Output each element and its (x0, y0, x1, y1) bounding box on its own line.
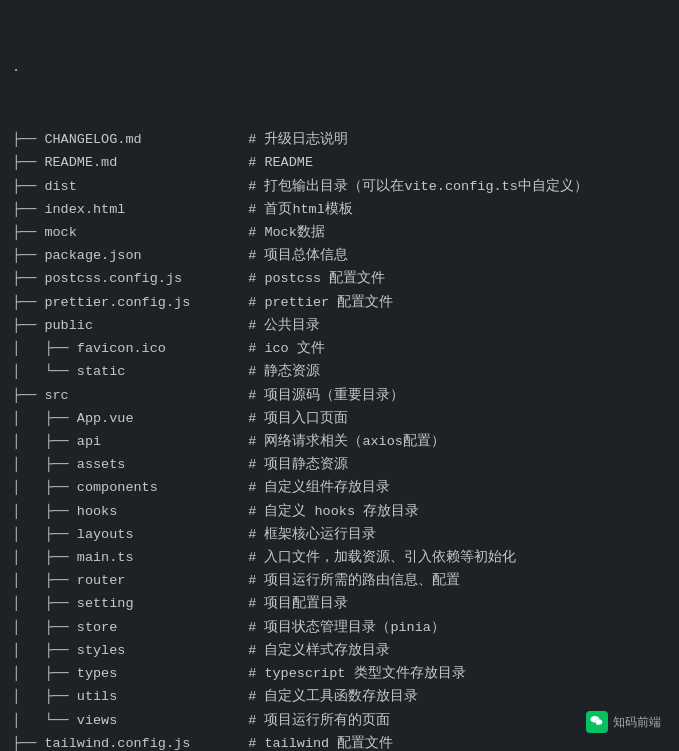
list-item: │ ├── store # 项目状态管理目录（pinia） (12, 616, 667, 639)
list-item: │ ├── router # 项目运行所需的路由信息、配置 (12, 569, 667, 592)
tree-path: │ ├── App.vue (12, 407, 232, 430)
tree-comment: # 入口文件，加载资源、引入依赖等初始化 (232, 546, 516, 569)
tree-path: │ ├── utils (12, 685, 232, 708)
list-item: ├── dist # 打包输出目录（可以在vite.config.ts中自定义） (12, 175, 667, 198)
list-item: ├── package.json # 项目总体信息 (12, 244, 667, 267)
tree-path: │ ├── layouts (12, 523, 232, 546)
list-item: │ ├── styles # 自定义样式存放目录 (12, 639, 667, 662)
tree-path: │ ├── router (12, 569, 232, 592)
list-item: │ └── static # 静态资源 (12, 360, 667, 383)
tree-path: │ ├── favicon.ico (12, 337, 232, 360)
tree-comment: # 静态资源 (232, 360, 320, 383)
tree-comment: # 项目总体信息 (232, 244, 348, 267)
tree-comment: # 公共目录 (232, 314, 320, 337)
list-item: │ ├── favicon.ico # ico 文件 (12, 337, 667, 360)
tree-path: │ ├── main.ts (12, 546, 232, 569)
list-item: ├── prettier.config.js # prettier 配置文件 (12, 291, 667, 314)
list-item: ├── mock # Mock数据 (12, 221, 667, 244)
tree-comment: # README (232, 151, 313, 174)
tree-comment: # prettier 配置文件 (232, 291, 393, 314)
list-item: │ ├── main.ts # 入口文件，加载资源、引入依赖等初始化 (12, 546, 667, 569)
list-item: ├── CHANGELOG.md # 升级日志说明 (12, 128, 667, 151)
tree-path: ├── dist (12, 175, 232, 198)
list-item: ├── public # 公共目录 (12, 314, 667, 337)
list-item: ├── index.html # 首页html模板 (12, 198, 667, 221)
tree-comment: # 自定义 hooks 存放目录 (232, 500, 419, 523)
root-dot: . (12, 56, 667, 79)
tree-path: │ ├── hooks (12, 500, 232, 523)
list-item: │ ├── assets # 项目静态资源 (12, 453, 667, 476)
list-item: │ ├── hooks # 自定义 hooks 存放目录 (12, 500, 667, 523)
list-item: │ ├── setting # 项目配置目录 (12, 592, 667, 615)
tree-path: ├── package.json (12, 244, 232, 267)
tree-path: ├── index.html (12, 198, 232, 221)
list-item: │ ├── api # 网络请求相关（axios配置） (12, 430, 667, 453)
badge-text: 知码前端 (613, 714, 661, 731)
tree-path: ├── README.md (12, 151, 232, 174)
tree-comment: # Mock数据 (232, 221, 325, 244)
tree-path: │ ├── types (12, 662, 232, 685)
tree-comment: # 框架核心运行目录 (232, 523, 376, 546)
tree-path: │ ├── components (12, 476, 232, 499)
tree-comment: # typescript 类型文件存放目录 (232, 662, 466, 685)
tree-comment: # 项目源码（重要目录） (232, 384, 404, 407)
tree-comment: # 项目配置目录 (232, 592, 348, 615)
list-item: │ ├── components # 自定义组件存放目录 (12, 476, 667, 499)
tree-path: │ ├── setting (12, 592, 232, 615)
tree-path: ├── prettier.config.js (12, 291, 232, 314)
tree-comment: # tailwind 配置文件 (232, 732, 393, 751)
tree-comment: # 项目状态管理目录（pinia） (232, 616, 445, 639)
tree-path: ├── tailwind.config.js (12, 732, 232, 751)
list-item: │ ├── types # typescript 类型文件存放目录 (12, 662, 667, 685)
list-item: │ ├── utils # 自定义工具函数存放目录 (12, 685, 667, 708)
list-item: │ ├── layouts # 框架核心运行目录 (12, 523, 667, 546)
tree-comment: # 项目运行所有的页面 (232, 709, 390, 732)
wechat-badge: 知码前端 (586, 711, 661, 733)
tree-comment: # 升级日志说明 (232, 128, 348, 151)
tree-path: ├── CHANGELOG.md (12, 128, 232, 151)
tree-path: ├── postcss.config.js (12, 267, 232, 290)
tree-path: │ └── static (12, 360, 232, 383)
tree-comment: # 自定义样式存放目录 (232, 639, 390, 662)
tree-comment: # ico 文件 (232, 337, 325, 360)
tree-comment: # 自定义工具函数存放目录 (232, 685, 418, 708)
tree-path: │ ├── assets (12, 453, 232, 476)
list-item: │ └── views # 项目运行所有的页面 (12, 709, 667, 732)
tree-comment: # postcss 配置文件 (232, 267, 385, 290)
list-item: ├── tailwind.config.js # tailwind 配置文件 (12, 732, 667, 751)
tree-comment: # 自定义组件存放目录 (232, 476, 390, 499)
tree-path: │ └── views (12, 709, 232, 732)
tree-path: │ ├── styles (12, 639, 232, 662)
file-tree: . ├── CHANGELOG.md # 升级日志说明├── README.md… (12, 10, 667, 751)
list-item: ├── postcss.config.js # postcss 配置文件 (12, 267, 667, 290)
wechat-icon (586, 711, 608, 733)
list-item: │ ├── App.vue # 项目入口页面 (12, 407, 667, 430)
tree-path: ├── mock (12, 221, 232, 244)
tree-path: │ ├── api (12, 430, 232, 453)
list-item: ├── src # 项目源码（重要目录） (12, 384, 667, 407)
tree-path: │ ├── store (12, 616, 232, 639)
tree-comment: # 打包输出目录（可以在vite.config.ts中自定义） (232, 175, 588, 198)
tree-path: ├── src (12, 384, 232, 407)
tree-path: ├── public (12, 314, 232, 337)
tree-comment: # 网络请求相关（axios配置） (232, 430, 445, 453)
tree-comment: # 项目静态资源 (232, 453, 348, 476)
tree-comment: # 项目入口页面 (232, 407, 348, 430)
tree-comment: # 项目运行所需的路由信息、配置 (232, 569, 460, 592)
list-item: ├── README.md # README (12, 151, 667, 174)
tree-comment: # 首页html模板 (232, 198, 353, 221)
